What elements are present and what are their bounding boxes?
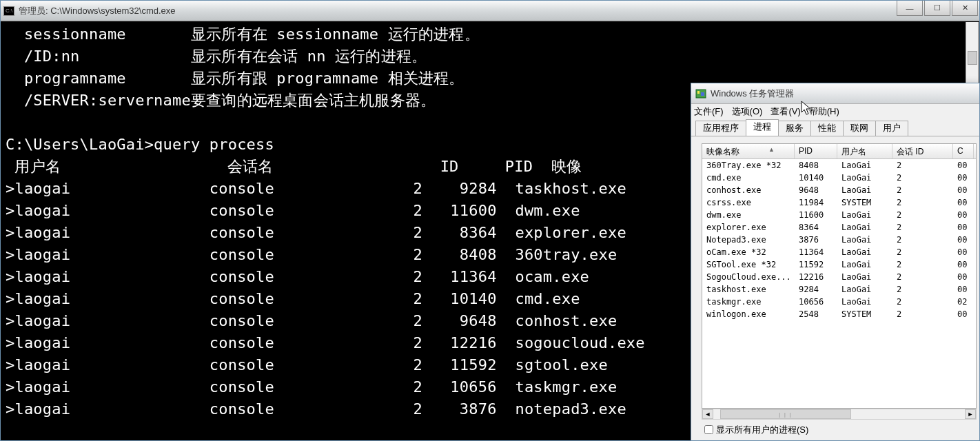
col-cpu[interactable]: C (953, 144, 974, 158)
cell-cpu: 00 (953, 210, 974, 220)
cell-pid: 9284 (795, 285, 837, 294)
svg-rect-1 (697, 91, 700, 94)
process-row[interactable]: explorer.exe8364LaoGai200 (702, 221, 976, 234)
cell-user: LaoGai (837, 173, 892, 183)
tm-tabs: 应用程序 进程 服务 性能 联网 用户 (691, 119, 979, 136)
maximize-button[interactable]: ☐ (924, 1, 950, 16)
cell-session: 2 (892, 272, 953, 282)
tab-users[interactable]: 用户 (875, 121, 908, 136)
process-row[interactable]: SogouCloud.exe...12216LaoGai200 (702, 271, 976, 283)
cell-cpu: 00 (953, 198, 974, 207)
cell-session: 2 (892, 161, 953, 170)
cell-pid: 8408 (795, 161, 837, 170)
tm-menubar: 文件(F) 选项(O) 查看(V) 帮助(H) (691, 104, 979, 119)
cell-image-name: taskmgr.exe (702, 297, 795, 307)
cell-pid: 9648 (795, 185, 837, 195)
process-row[interactable]: taskmgr.exe10656LaoGai202 (702, 296, 976, 308)
menu-view[interactable]: 查看(V) (770, 105, 800, 118)
tab-applications[interactable]: 应用程序 (695, 121, 746, 136)
hscroll-thumb[interactable]: | | | (720, 409, 851, 419)
cell-cpu: 00 (953, 235, 974, 245)
cell-session: 2 (892, 198, 953, 207)
sort-ascending-icon: ▲ (768, 146, 775, 153)
cell-cpu: 00 (953, 173, 974, 183)
process-row[interactable]: cmd.exe10140LaoGai200 (702, 172, 976, 184)
tab-network[interactable]: 联网 (843, 121, 876, 136)
col-session-id[interactable]: 会话 ID (892, 144, 953, 158)
cell-pid: 2548 (795, 309, 837, 319)
menu-file[interactable]: 文件(F) (694, 105, 724, 118)
cell-cpu: 00 (953, 309, 974, 319)
cell-pid: 8364 (795, 223, 837, 232)
process-row[interactable]: SGTool.exe *3211592LaoGai200 (702, 258, 976, 271)
process-row[interactable]: conhost.exe9648LaoGai200 (702, 184, 976, 196)
cell-pid: 11364 (795, 247, 837, 257)
cell-pid: 12216 (795, 272, 837, 282)
minimize-button[interactable]: — (897, 1, 923, 16)
process-list: 映像名称 ▲ PID 用户名 会话 ID C 360Tray.exe *3284… (702, 143, 977, 409)
cell-user: LaoGai (837, 260, 892, 269)
cell-cpu: 00 (953, 272, 974, 282)
cell-cpu: 00 (953, 285, 974, 294)
cell-session: 2 (892, 173, 953, 183)
cell-image-name: explorer.exe (702, 223, 795, 232)
cell-user: LaoGai (837, 210, 892, 220)
cell-session: 2 (892, 285, 953, 294)
cell-session: 2 (892, 185, 953, 195)
cell-pid: 11984 (795, 198, 837, 207)
process-row[interactable]: taskhost.exe9284LaoGai200 (702, 283, 976, 296)
cmd-title: 管理员: C:\Windows\system32\cmd.exe (19, 5, 977, 17)
cell-pid: 11600 (795, 210, 837, 220)
col-user[interactable]: 用户名 (837, 144, 892, 158)
process-row[interactable]: winlogon.exe2548SYSTEM200 (702, 308, 976, 320)
scroll-right-button[interactable]: ► (965, 409, 976, 419)
process-list-header: 映像名称 ▲ PID 用户名 会话 ID C (702, 144, 976, 159)
cell-session: 2 (892, 235, 953, 245)
tab-processes[interactable]: 进程 (746, 119, 779, 136)
cell-image-name: taskhost.exe (702, 285, 795, 294)
cell-cpu: 00 (953, 161, 974, 170)
cell-pid: 3876 (795, 235, 837, 245)
tm-title: Windows 任务管理器 (711, 88, 794, 100)
cell-session: 2 (892, 223, 953, 232)
task-manager-icon (695, 88, 706, 99)
scrollbar-thumb[interactable] (968, 51, 977, 65)
cell-image-name: winlogon.exe (702, 309, 795, 319)
cell-pid: 10656 (795, 297, 837, 307)
menu-options[interactable]: 选项(O) (732, 105, 763, 118)
process-row[interactable]: oCam.exe *3211364LaoGai200 (702, 246, 976, 258)
cell-user: SYSTEM (837, 198, 892, 207)
process-row[interactable]: dwm.exe11600LaoGai200 (702, 209, 976, 221)
cell-cpu: 00 (953, 223, 974, 232)
cell-image-name: SGTool.exe *32 (702, 260, 795, 269)
cell-user: LaoGai (837, 247, 892, 257)
horizontal-scrollbar[interactable]: ◄ | | | ► (702, 409, 977, 420)
cmd-titlebar[interactable]: C:\ 管理员: C:\Windows\system32\cmd.exe — ☐… (1, 1, 979, 21)
cell-user: LaoGai (837, 235, 892, 245)
close-button[interactable]: ✕ (952, 1, 978, 16)
svg-rect-2 (701, 92, 704, 96)
col-pid[interactable]: PID (795, 144, 837, 158)
tab-performance[interactable]: 性能 (810, 121, 844, 136)
cell-cpu: 00 (953, 185, 974, 195)
cell-cpu: 00 (953, 247, 974, 257)
cell-image-name: dwm.exe (702, 210, 795, 220)
cell-user: SYSTEM (837, 309, 892, 319)
cell-user: LaoGai (837, 297, 892, 307)
process-row[interactable]: Notepad3.exe3876LaoGai200 (702, 234, 976, 246)
process-row[interactable]: csrss.exe11984SYSTEM200 (702, 196, 976, 209)
menu-help[interactable]: 帮助(H) (809, 105, 839, 118)
show-all-users-checkbox[interactable] (704, 425, 713, 434)
cell-user: LaoGai (837, 272, 892, 282)
process-row[interactable]: 360Tray.exe *328408LaoGai200 (702, 159, 976, 172)
tm-titlebar[interactable]: Windows 任务管理器 (691, 83, 979, 104)
cell-session: 2 (892, 260, 953, 269)
cell-user: LaoGai (837, 223, 892, 232)
tab-services[interactable]: 服务 (778, 121, 811, 136)
tm-body: 映像名称 ▲ PID 用户名 会话 ID C 360Tray.exe *3284… (691, 136, 979, 440)
mouse-cursor-icon (801, 101, 812, 116)
col-image-name-label: 映像名称 (706, 147, 739, 156)
col-image-name[interactable]: 映像名称 ▲ (702, 144, 795, 158)
cell-session: 2 (892, 247, 953, 257)
scroll-left-button[interactable]: ◄ (702, 409, 713, 419)
